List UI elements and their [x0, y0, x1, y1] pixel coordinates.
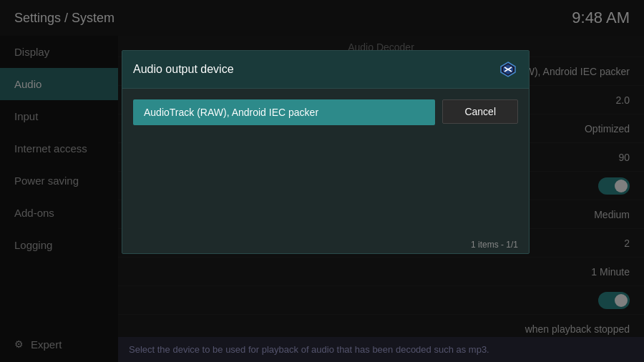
audio-output-dialog: Audio output device AudioTrack (RAW), An… [122, 50, 530, 254]
modal-header: Audio output device [122, 51, 529, 89]
modal-action-buttons: Cancel [442, 99, 518, 124]
modal-close-button[interactable] [498, 59, 518, 79]
kodi-logo-icon [499, 61, 517, 78]
audio-device-item-0[interactable]: AudioTrack (RAW), Android IEC packer [133, 99, 435, 125]
modal-list: AudioTrack (RAW), Android IEC packer [133, 99, 435, 125]
modal-title: Audio output device [133, 63, 234, 76]
items-count: 1 items - 1/1 [122, 236, 529, 253]
modal-content: AudioTrack (RAW), Android IEC packer Can… [122, 89, 529, 136]
audio-device-label-0: AudioTrack (RAW), Android IEC packer [144, 107, 318, 118]
cancel-button[interactable]: Cancel [442, 99, 518, 124]
modal-spacer [122, 136, 529, 236]
